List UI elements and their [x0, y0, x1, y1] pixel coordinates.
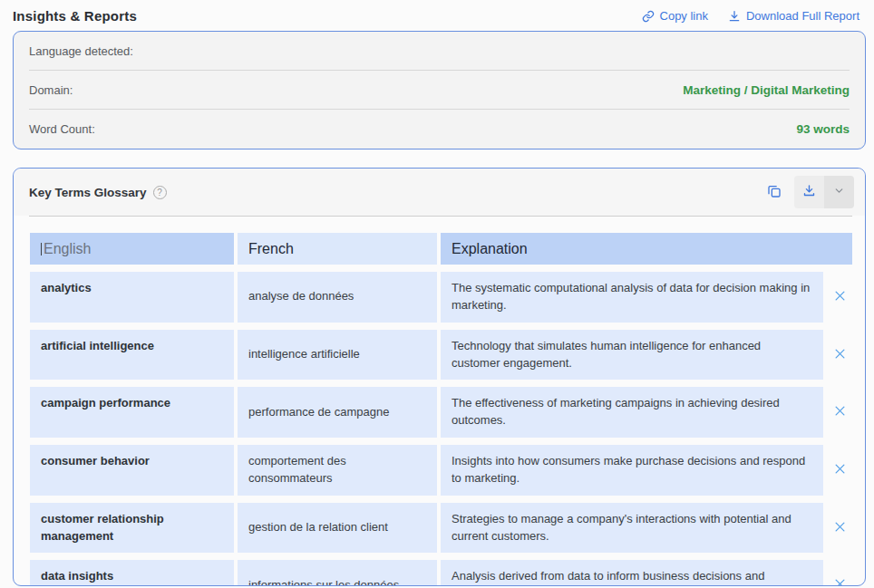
word-count-value: 93 words — [796, 122, 850, 136]
close-icon — [833, 462, 847, 478]
remove-term-button[interactable] — [831, 345, 849, 365]
close-icon — [833, 289, 847, 305]
term-explanation[interactable]: The systematic computational analysis of… — [441, 272, 823, 323]
glossary-table: English French Explanation analytics ana… — [30, 233, 852, 586]
copy-icon — [767, 184, 782, 201]
download-full-report-label: Download Full Report — [746, 9, 859, 23]
domain-value: Marketing / Digital Marketing — [683, 83, 850, 97]
column-header-french-label: French — [248, 241, 294, 257]
term-explanation[interactable]: Insights into how consumers make purchas… — [441, 445, 823, 496]
glossary-title: Key Terms Glossary — [29, 186, 147, 199]
domain-label: Domain: — [29, 83, 73, 97]
top-bar: Insights & Reports Copy link Download Fu… — [0, 0, 874, 31]
word-count-label: Word Count: — [29, 122, 95, 136]
remove-term-button[interactable] — [831, 575, 849, 586]
column-header-explanation-label: Explanation — [452, 241, 528, 257]
download-full-report-button[interactable]: Download Full Report — [728, 9, 859, 23]
column-header-english[interactable]: English — [30, 233, 234, 265]
term-french[interactable]: analyse de données — [238, 272, 437, 323]
copy-link-label: Copy link — [660, 9, 708, 23]
term-english[interactable]: artificial intelligence — [30, 330, 234, 381]
help-icon[interactable]: ? — [153, 186, 167, 199]
close-icon — [833, 520, 847, 536]
term-explanation[interactable]: The effectiveness of marketing campaigns… — [441, 387, 823, 438]
term-english[interactable]: customer relationship management — [30, 503, 234, 554]
download-icon — [802, 184, 816, 200]
divider — [29, 216, 852, 217]
glossary-toolbar — [763, 176, 854, 208]
download-split-button — [794, 176, 854, 208]
top-actions: Copy link Download Full Report — [642, 9, 859, 23]
term-french[interactable]: informations sur les données — [238, 560, 437, 586]
term-french[interactable]: gestion de la relation client — [238, 503, 437, 554]
term-explanation[interactable]: Technology that simulates human intellig… — [441, 330, 823, 381]
summary-row-word-count: Word Count: 93 words — [29, 110, 850, 149]
summary-row-domain: Domain: Marketing / Digital Marketing — [29, 71, 850, 110]
page-title: Insights & Reports — [13, 8, 137, 24]
remove-term-button[interactable] — [831, 518, 849, 538]
term-english[interactable]: analytics — [30, 272, 234, 323]
summary-card: Language detected: Domain: Marketing / D… — [13, 31, 866, 149]
term-explanation[interactable]: Analysis derived from data to inform bus… — [441, 560, 823, 586]
copy-table-button[interactable] — [763, 180, 785, 205]
column-header-english-label: English — [44, 241, 91, 257]
close-icon — [833, 577, 847, 586]
glossary-header: Key Terms Glossary ? — [14, 169, 865, 216]
link-icon — [642, 10, 655, 23]
language-detected-label: Language detected: — [29, 44, 133, 58]
term-english[interactable]: campaign performance — [30, 387, 234, 438]
term-french[interactable]: comportement des consommateurs — [238, 445, 437, 496]
glossary-card: Key Terms Glossary ? — [13, 168, 866, 586]
remove-term-button[interactable] — [831, 460, 849, 480]
remove-term-button[interactable] — [831, 287, 849, 307]
remove-term-button[interactable] — [831, 402, 849, 422]
text-cursor — [41, 243, 42, 255]
term-english[interactable]: consumer behavior — [30, 445, 234, 496]
download-table-button[interactable] — [794, 176, 824, 208]
download-options-button[interactable] — [824, 176, 854, 208]
term-english[interactable]: data insights — [30, 560, 234, 586]
term-french[interactable]: intelligence artificielle — [238, 330, 437, 381]
close-icon — [833, 404, 847, 420]
term-french[interactable]: performance de campagne — [238, 387, 437, 438]
chevron-down-icon — [833, 185, 845, 199]
column-header-explanation[interactable]: Explanation — [441, 233, 852, 265]
close-icon — [833, 347, 847, 363]
copy-link-button[interactable]: Copy link — [642, 9, 708, 23]
download-icon — [728, 10, 741, 23]
term-explanation[interactable]: Strategies to manage a company's interac… — [441, 503, 823, 554]
column-header-french[interactable]: French — [238, 233, 437, 265]
summary-row-language: Language detected: — [29, 32, 850, 71]
